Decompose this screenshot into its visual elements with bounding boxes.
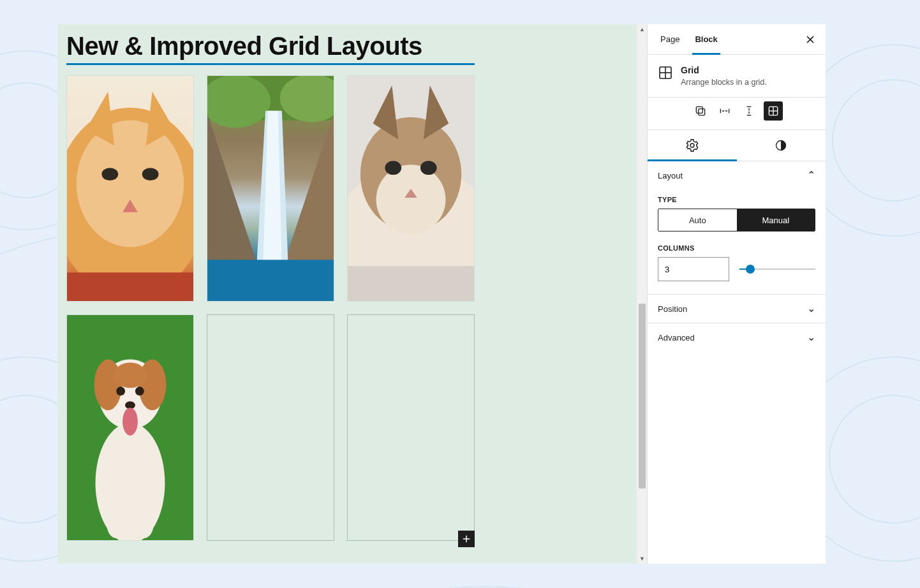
svg-rect-15 (67, 272, 193, 301)
svg-rect-50 (698, 109, 704, 115)
svg-point-30 (385, 161, 401, 175)
svg-point-45 (135, 510, 154, 538)
close-icon (804, 33, 817, 46)
crumb-grid[interactable] (764, 101, 783, 121)
tab-page[interactable]: Page (653, 24, 687, 54)
section-advanced-title: Advanced (658, 333, 695, 342)
grid-block[interactable] (66, 75, 628, 541)
svg-point-40 (116, 386, 125, 395)
svg-point-7 (829, 395, 920, 523)
chevron-down-icon: ⌄ (807, 304, 815, 314)
gear-icon (685, 138, 699, 152)
close-panel-button[interactable] (800, 29, 820, 50)
row-icon (718, 105, 731, 117)
svg-point-31 (420, 161, 437, 175)
editor-canvas[interactable]: New & Improved Grid Layouts (57, 24, 637, 564)
tab-block[interactable]: Block (687, 24, 725, 54)
chevron-down-icon: ⌄ (807, 332, 815, 342)
columns-label: COLUMNS (658, 244, 815, 252)
panel-subtabs (648, 130, 826, 161)
vertical-scrollbar[interactable]: ▲ ▼ (637, 24, 647, 564)
columns-input[interactable] (658, 257, 729, 281)
type-option-manual[interactable]: Manual (737, 209, 815, 231)
svg-rect-49 (696, 107, 702, 113)
block-name: Grid (681, 65, 767, 75)
svg-point-43 (122, 408, 138, 436)
grid-cell-image[interactable] (207, 75, 334, 302)
svg-marker-19 (207, 114, 258, 267)
svg-point-35 (96, 423, 165, 540)
subtab-settings[interactable] (648, 130, 737, 161)
grid-cell-image[interactable] (66, 314, 194, 541)
columns-slider[interactable] (739, 263, 815, 276)
svg-point-44 (107, 510, 126, 538)
section-position: Position ⌄ (648, 295, 826, 323)
section-layout-title: Layout (658, 171, 683, 180)
grid-cell-image[interactable] (347, 75, 475, 302)
svg-point-12 (101, 168, 118, 180)
svg-point-29 (376, 165, 446, 234)
section-position-title: Position (658, 304, 687, 314)
block-header: Grid Arrange blocks in a grid. (648, 55, 826, 98)
scroll-down-arrow-icon[interactable]: ▼ (637, 554, 647, 564)
stack-icon (743, 105, 755, 117)
group-icon (694, 105, 707, 117)
panel-tabs: Page Block (648, 24, 826, 55)
section-advanced-header[interactable]: Advanced ⌄ (648, 323, 826, 351)
svg-point-9 (77, 121, 184, 247)
type-label: TYPE (658, 196, 815, 203)
grid-icon (767, 105, 780, 117)
scroll-thumb[interactable] (639, 304, 646, 489)
editor-stage: New & Improved Grid Layouts (57, 24, 826, 564)
chevron-up-icon: ⌃ (807, 170, 815, 180)
subtab-styles[interactable] (737, 130, 826, 161)
plus-icon (461, 533, 472, 545)
slider-thumb[interactable] (746, 265, 755, 274)
inspector-panel: Page Block Grid Arrange blocks in a grid… (647, 24, 826, 564)
svg-point-13 (142, 168, 159, 180)
section-layout: Layout ⌃ TYPE Auto Manual COLUMNS (648, 161, 826, 295)
contrast-icon (775, 139, 787, 152)
crumb-row[interactable] (715, 101, 734, 121)
canvas-wrap: New & Improved Grid Layouts (57, 24, 647, 564)
grid-cell-empty[interactable] (207, 314, 334, 541)
layout-type-toggle: Auto Manual (658, 209, 815, 232)
section-layout-header[interactable]: Layout ⌃ (648, 161, 826, 189)
svg-rect-33 (348, 266, 474, 301)
image-tabby-cat (348, 76, 474, 301)
grid-cell-empty[interactable] (347, 314, 475, 541)
grid-cell-image[interactable] (66, 75, 194, 302)
section-advanced: Advanced ⌄ (648, 323, 826, 351)
block-description: Arrange blocks in a grid. (681, 78, 767, 87)
type-option-auto[interactable]: Auto (658, 209, 737, 231)
svg-point-5 (833, 80, 920, 201)
crumb-stack[interactable] (739, 101, 759, 121)
svg-marker-20 (283, 114, 334, 267)
scroll-up-arrow-icon[interactable]: ▲ (637, 24, 647, 34)
image-waterfall (207, 76, 334, 301)
add-block-button[interactable] (458, 531, 475, 547)
block-breadcrumbs (648, 98, 826, 130)
svg-point-39 (114, 363, 146, 388)
section-position-header[interactable]: Position ⌄ (648, 295, 826, 323)
title-underline (66, 63, 475, 65)
image-dog (67, 315, 193, 540)
svg-rect-23 (207, 260, 334, 301)
svg-point-41 (135, 386, 144, 395)
image-orange-cat (67, 76, 193, 301)
page-title[interactable]: New & Improved Grid Layouts (66, 32, 628, 61)
grid-icon (658, 65, 673, 80)
crumb-group[interactable] (691, 101, 710, 121)
